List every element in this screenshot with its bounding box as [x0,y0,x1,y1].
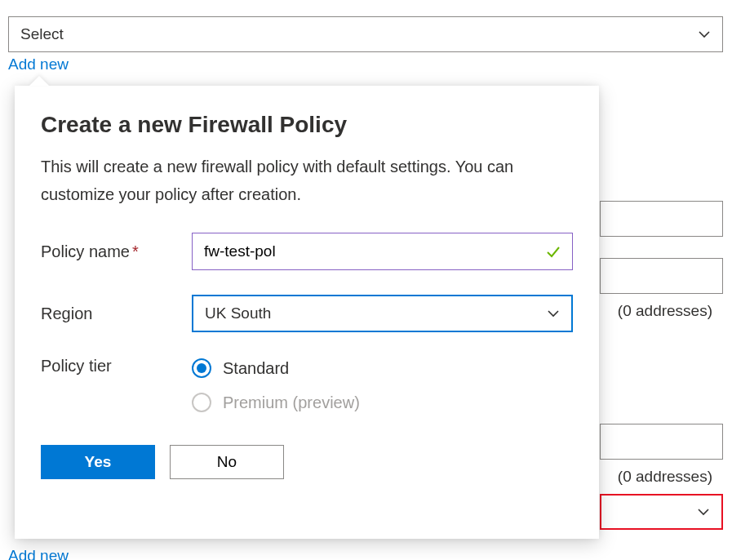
add-new-link[interactable]: Add new [8,56,69,73]
chevron-down-icon [698,28,711,41]
radio-premium: Premium (preview) [192,393,360,412]
policy-name-row: Policy name* [41,233,573,270]
policy-tier-radio-group: Standard Premium (preview) [192,357,360,412]
region-value: UK South [205,304,271,322]
bg-input-1[interactable] [600,201,723,237]
bg-error-select[interactable] [600,494,723,530]
policy-tier-row: Policy tier Standard Premium (preview) [41,357,573,412]
chevron-down-icon [697,505,710,518]
radio-premium-label: Premium (preview) [223,393,360,412]
radio-icon [192,358,211,378]
region-select[interactable]: UK South [192,295,573,332]
no-button[interactable]: No [170,445,284,479]
add-new-link-2[interactable]: Add new [8,547,69,560]
region-label: Region [41,304,192,323]
required-asterisk: * [132,242,139,260]
bg-input-3[interactable] [600,424,723,460]
create-firewall-policy-flyout: Create a new Firewall Policy This will c… [15,86,599,539]
addresses-count-2: (0 addresses) [618,468,712,486]
top-select-value: Select [20,25,64,43]
radio-icon [192,393,211,412]
addresses-count-1: (0 addresses) [618,302,712,320]
bg-input-2[interactable] [600,258,723,294]
chevron-down-icon [547,307,560,320]
policy-tier-label: Policy tier [41,357,192,376]
flyout-button-row: Yes No [41,445,573,479]
policy-name-input[interactable] [192,233,573,270]
top-policy-select[interactable]: Select [8,16,723,52]
yes-button[interactable]: Yes [41,445,155,479]
radio-standard-label: Standard [223,359,289,378]
region-row: Region UK South [41,295,573,332]
policy-name-label: Policy name* [41,242,192,261]
flyout-title: Create a new Firewall Policy [41,112,573,138]
radio-standard[interactable]: Standard [192,358,360,378]
flyout-description: This will create a new firewall policy w… [41,153,530,208]
